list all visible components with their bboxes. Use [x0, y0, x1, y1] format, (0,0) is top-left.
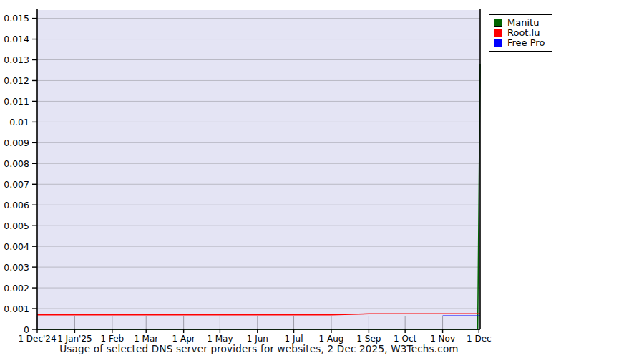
y-tick-label: 0.013 [4, 54, 29, 65]
x-tick-label: 1 Sep [356, 334, 381, 344]
y-tick-label: 0.015 [4, 13, 29, 24]
y-tick-label: 0.006 [4, 200, 29, 211]
legend-swatch-green-icon [494, 19, 502, 27]
y-tick-label: 0.001 [4, 304, 29, 314]
x-tick-label: 1 May [207, 334, 233, 344]
legend-label: Root.lu [507, 28, 540, 38]
y-tick-label: 0.008 [4, 158, 29, 169]
x-tick-label: 1 Jun [247, 334, 268, 344]
x-tick-label: 1 Oct [394, 334, 416, 344]
legend-label: Free Pro [507, 38, 545, 48]
x-tick-label: 1 Mar [134, 334, 158, 344]
y-tick-label: 0.005 [4, 221, 29, 231]
x-tick-label: 1 Apr [172, 334, 195, 344]
legend-item-rootlu: Root.lu [494, 28, 545, 38]
legend-item-freepro: Free Pro [494, 38, 545, 48]
legend-item-manitu: Manitu [494, 18, 545, 28]
legend-swatch-blue-icon [494, 39, 502, 47]
y-tick-label: 0.004 [4, 241, 29, 252]
x-tick-label: 1 Dec [467, 334, 492, 344]
y-tick-label: 0.002 [4, 283, 29, 294]
chart-title: Usage of selected DNS server providers f… [37, 343, 481, 354]
y-tick-label: 0.01 [9, 117, 29, 127]
y-tick-label: 0.009 [4, 137, 29, 148]
legend-label: Manitu [507, 18, 539, 28]
y-tick-label: 0.011 [4, 96, 29, 107]
dns-usage-chart-page: 00.0010.0020.0030.0040.0050.0060.0070.00… [0, 0, 644, 358]
x-tick-label: 1 Nov [430, 334, 455, 344]
x-tick-label: 1 Jan'25 [57, 334, 92, 344]
x-tick-label: 1 Jul [285, 334, 303, 344]
y-tick-label: 0.012 [4, 75, 29, 86]
x-tick-label: 1 Dec'24 [18, 334, 56, 344]
legend-swatch-red-icon [494, 29, 502, 37]
dns-usage-line-chart: 00.0010.0020.0030.0040.0050.0060.0070.00… [0, 0, 644, 358]
y-tick-label: 0.014 [4, 34, 29, 44]
plot-area [37, 10, 480, 329]
y-tick-label: 0.007 [4, 179, 29, 190]
y-tick-label: 0.003 [4, 262, 29, 273]
x-tick-label: 1 Aug [319, 334, 344, 344]
chart-legend: Manitu Root.lu Free Pro [489, 14, 552, 52]
x-tick-label: 1 Feb [101, 334, 125, 344]
